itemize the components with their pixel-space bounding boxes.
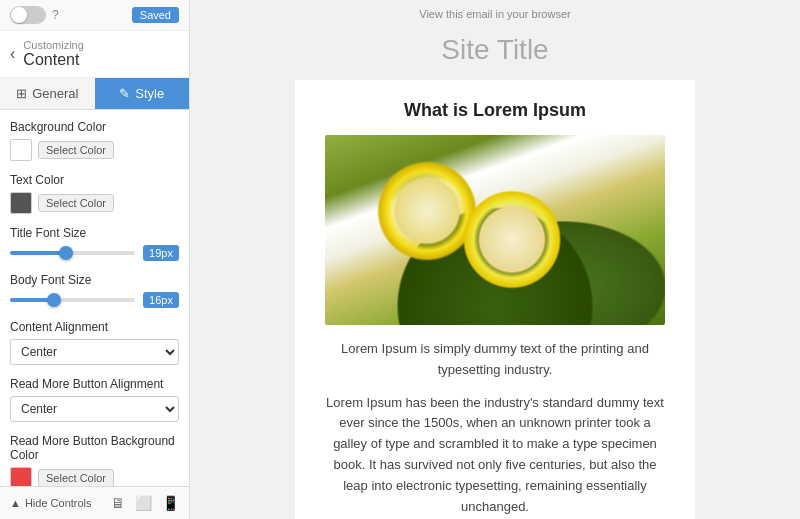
title-font-size-group: Title Font Size 19px xyxy=(10,226,179,261)
hide-controls-button[interactable]: ▲ Hide Controls xyxy=(10,497,92,509)
email-content: What is Lorem Ipsum Lorem Ipsum is simpl… xyxy=(295,80,695,519)
body-font-size-label: Body Font Size xyxy=(10,273,179,287)
tablet-icon[interactable]: ⬜ xyxy=(135,495,152,511)
back-nav: ‹ Customizing Content xyxy=(0,31,189,78)
nav-title-group: Customizing Content xyxy=(23,39,84,69)
read-more-bg-color-swatch xyxy=(10,467,32,486)
title-font-size-value: 19px xyxy=(143,245,179,261)
site-title-area: Site Title xyxy=(190,28,800,80)
tab-general[interactable]: ⊞ General xyxy=(0,78,95,109)
title-font-size-fill xyxy=(10,251,66,255)
text-color-label: Text Color xyxy=(10,173,179,187)
read-more-alignment-label: Read More Button Alignment xyxy=(10,377,179,391)
email-view-link-anchor[interactable]: View this email in your browser xyxy=(419,8,570,20)
background-color-group: Background Color Select Color xyxy=(10,120,179,161)
tab-style-label: Style xyxy=(135,86,164,101)
top-bar: ? Saved xyxy=(0,0,189,31)
site-title: Site Title xyxy=(190,34,800,66)
title-font-size-thumb[interactable] xyxy=(59,246,73,260)
title-font-size-row: 19px xyxy=(10,245,179,261)
email-view-link[interactable]: View this email in your browser xyxy=(190,0,800,28)
content-alignment-select[interactable]: Center Left Right xyxy=(10,339,179,365)
background-color-swatch xyxy=(10,139,32,161)
view-icons: 🖥 ⬜ 📱 xyxy=(111,495,179,511)
background-color-button[interactable]: Select Color xyxy=(38,141,114,159)
tabs-container: ⊞ General ✎ Style xyxy=(0,78,189,110)
text-color-swatch xyxy=(10,192,32,214)
paragraph-1: Lorem Ipsum is simply dummy text of the … xyxy=(325,339,665,381)
body-font-size-group: Body Font Size 16px xyxy=(10,273,179,308)
help-icon[interactable]: ? xyxy=(52,8,59,22)
hide-controls-icon: ▲ xyxy=(10,497,21,509)
left-panel: ? Saved ‹ Customizing Content ⊞ General … xyxy=(0,0,190,519)
hide-controls-label: Hide Controls xyxy=(25,497,92,509)
back-arrow[interactable]: ‹ xyxy=(10,45,15,63)
title-font-size-track[interactable] xyxy=(10,251,135,255)
text-color-group: Text Color Select Color xyxy=(10,173,179,214)
background-color-label: Background Color xyxy=(10,120,179,134)
top-bar-left: ? xyxy=(10,6,59,24)
article-title: What is Lorem Ipsum xyxy=(325,100,665,121)
body-font-size-row: 16px xyxy=(10,292,179,308)
body-font-size-value: 16px xyxy=(143,292,179,308)
text-color-button[interactable]: Select Color xyxy=(38,194,114,212)
read-more-alignment-select[interactable]: Center Left Right xyxy=(10,396,179,422)
controls-area: Background Color Select Color Text Color… xyxy=(0,110,189,486)
toggle-switch[interactable] xyxy=(10,6,46,24)
body-font-size-track[interactable] xyxy=(10,298,135,302)
style-tab-icon: ✎ xyxy=(119,86,130,101)
desktop-icon[interactable]: 🖥 xyxy=(111,495,125,511)
bottom-bar: ▲ Hide Controls 🖥 ⬜ 📱 xyxy=(0,486,189,519)
right-panel: View this email in your browser Site Tit… xyxy=(190,0,800,519)
tab-general-label: General xyxy=(32,86,78,101)
content-label: Content xyxy=(23,51,84,69)
content-alignment-group: Content Alignment Center Left Right xyxy=(10,320,179,365)
paragraph-2: Lorem Ipsum has been the industry's stan… xyxy=(325,393,665,518)
customizing-label: Customizing xyxy=(23,39,84,51)
read-more-bg-color-button[interactable]: Select Color xyxy=(38,469,114,486)
title-font-size-label: Title Font Size xyxy=(10,226,179,240)
read-more-bg-color-group: Read More Button Background Color Select… xyxy=(10,434,179,486)
text-color-row: Select Color xyxy=(10,192,179,214)
read-more-alignment-group: Read More Button Alignment Center Left R… xyxy=(10,377,179,422)
read-more-bg-color-label: Read More Button Background Color xyxy=(10,434,179,462)
mobile-icon[interactable]: 📱 xyxy=(162,495,179,511)
saved-badge: Saved xyxy=(132,7,179,23)
general-tab-icon: ⊞ xyxy=(16,86,27,101)
toggle-knob xyxy=(11,7,27,23)
content-alignment-label: Content Alignment xyxy=(10,320,179,334)
flower-image xyxy=(325,135,665,325)
tab-style[interactable]: ✎ Style xyxy=(95,78,190,109)
body-font-size-thumb[interactable] xyxy=(47,293,61,307)
background-color-row: Select Color xyxy=(10,139,179,161)
read-more-bg-color-row: Select Color xyxy=(10,467,179,486)
